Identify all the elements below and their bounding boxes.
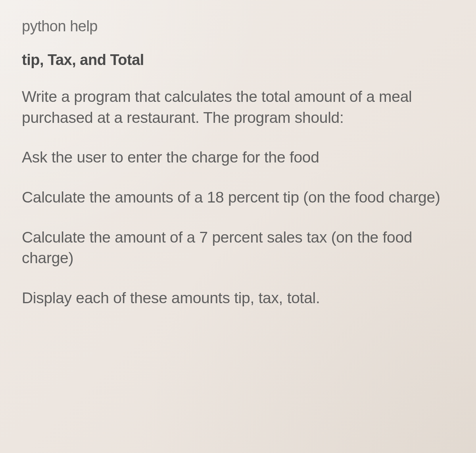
paragraph: Calculate the amounts of a 18 percent ti…: [22, 187, 454, 208]
paragraph: Calculate the amount of a 7 percent sale…: [22, 227, 454, 269]
intro-text: python help: [22, 18, 454, 35]
paragraph: Write a program that calculates the tota…: [22, 86, 454, 128]
document-content: python help tip, Tax, and Total Write a …: [22, 18, 454, 308]
paragraph: Display each of these amounts tip, tax, …: [22, 288, 454, 309]
document-title: tip, Tax, and Total: [22, 52, 454, 69]
paragraph: Ask the user to enter the charge for the…: [22, 147, 454, 168]
